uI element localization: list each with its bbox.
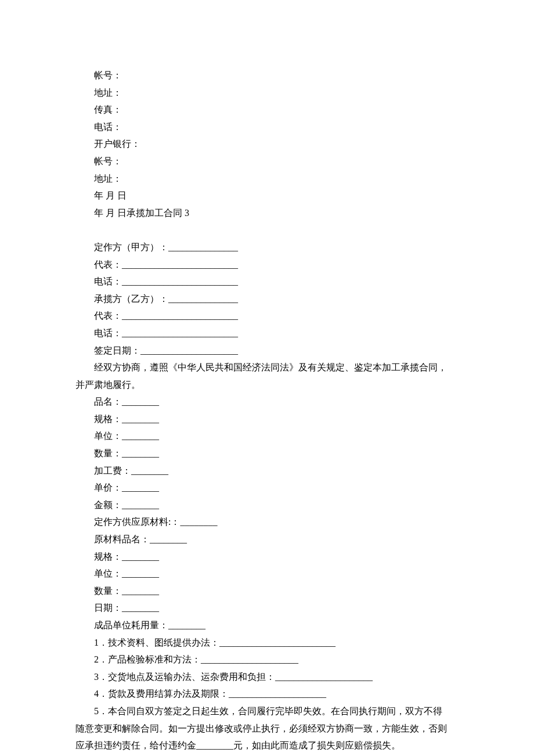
text-line: 电话： bbox=[75, 118, 459, 136]
text-line: 签定日期：_____________________ bbox=[75, 342, 459, 359]
text-line: 金额：________ bbox=[75, 496, 459, 514]
text-line: 随意变更和解除合同。如一方提出修改或停止执行，必须经双方协商一致，方能生效，否则 bbox=[75, 720, 459, 737]
text-line: 规格：________ bbox=[75, 548, 459, 566]
text-line: 应承担违约责任，给付违约金________元，如由此而造成了损失则应赔偿损失。 bbox=[75, 737, 459, 754]
text-line: 代表：_________________________ bbox=[75, 256, 459, 273]
text-line: 帐号： bbox=[75, 67, 459, 84]
text-line: 3．交货地点及运输办法、运杂费用和负担：____________________… bbox=[75, 668, 459, 686]
document-body: 帐号：地址：传真：电话：开户银行：帐号：地址：年 月 日年 月 日承揽加工合同 … bbox=[75, 67, 459, 756]
text-line: 日期：________ bbox=[75, 599, 459, 617]
text-line: 数量：________ bbox=[75, 582, 459, 600]
text-line: 加工费：________ bbox=[75, 462, 459, 480]
text-line: 4．货款及费用结算办法及期限：_____________________ bbox=[75, 685, 459, 703]
text-line: 规格：________ bbox=[75, 411, 459, 428]
text-line: 定作方（甲方）：_______________ bbox=[75, 239, 459, 256]
text-line: 地址： bbox=[75, 170, 459, 188]
text-line: 年 月 日承揽加工合同 3 bbox=[75, 204, 459, 222]
text-line: 单位：________ bbox=[75, 565, 459, 582]
text-line: 5．本合同自双方签定之日起生效，合同履行完毕即失效。在合同执行期间，双方不得 bbox=[75, 703, 459, 720]
text-line: 并严肃地履行。 bbox=[75, 376, 459, 394]
text-line: 电话：_________________________ bbox=[75, 273, 459, 290]
text-line: 单价：________ bbox=[75, 479, 459, 496]
text-line: 帐号： bbox=[75, 153, 459, 170]
text-line: 开户银行： bbox=[75, 135, 459, 153]
text-line: 成品单位耗用量：________ bbox=[75, 617, 459, 634]
text-line: 定作方供应原材料:：________ bbox=[75, 513, 459, 531]
text-line: 品名：________ bbox=[75, 393, 459, 411]
text-line: 代表：_________________________ bbox=[75, 307, 459, 325]
text-line: 承揽方（乙方）：_______________ bbox=[75, 290, 459, 308]
text-line: 传真： bbox=[75, 101, 459, 118]
text-line: 电话：_________________________ bbox=[75, 325, 459, 342]
text-line: 1．技术资料、图纸提供办法：_________________________ bbox=[75, 634, 459, 651]
text-line bbox=[75, 221, 459, 239]
text-line: 原材料品名：________ bbox=[75, 531, 459, 548]
text-line: 地址： bbox=[75, 84, 459, 102]
text-line: 2．产品检验标准和方法：_____________________ bbox=[75, 651, 459, 668]
text-line: 单位：________ bbox=[75, 427, 459, 445]
text-line: 经双方协商，遵照《中华人民共和国经济法同法》及有关规定、鉴定本加工承揽合同， bbox=[75, 359, 459, 376]
text-line: 数量：________ bbox=[75, 445, 459, 462]
text-line: 年 月 日 bbox=[75, 187, 459, 204]
